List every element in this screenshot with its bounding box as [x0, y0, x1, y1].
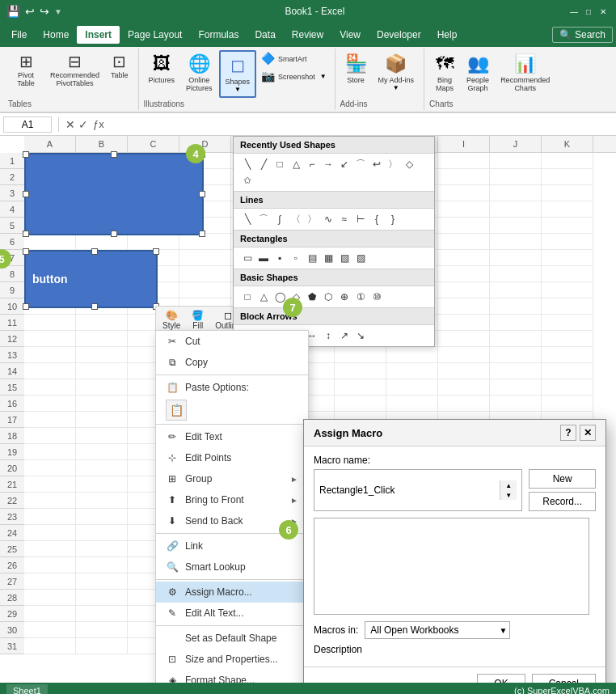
ctx-copy[interactable]: ⧉ Copy [156, 352, 308, 373]
grid-cell[interactable] [438, 250, 490, 266]
grid-cell[interactable] [24, 412, 76, 428]
line-s3[interactable]: ∫ [272, 212, 287, 226]
shape-icon-line1[interactable]: ╲ [240, 157, 255, 171]
grid-cell[interactable] [490, 282, 542, 298]
row-header-13[interactable]: 13 [0, 347, 24, 363]
grid-cell[interactable] [542, 282, 593, 298]
row-header-30[interactable]: 30 [0, 622, 24, 638]
grid-cell[interactable] [24, 493, 76, 509]
row-header-20[interactable]: 20 [0, 460, 24, 476]
grid-cell[interactable] [24, 525, 76, 541]
line-s6[interactable]: ∿ [321, 212, 335, 226]
store-button[interactable]: 🏪 Store [340, 50, 372, 87]
shape-icon-line2[interactable]: ╱ [256, 157, 271, 171]
ctx-edit-alt-text[interactable]: ✎ Edit Alt Text... [156, 603, 308, 624]
grid-cell[interactable] [24, 557, 76, 573]
grid-cell[interactable] [76, 396, 128, 412]
grid-cell[interactable] [76, 460, 128, 476]
grid-cell[interactable] [76, 557, 128, 573]
recommended-charts-button[interactable]: 📊 RecommendedCharts [496, 50, 555, 95]
grid-cell[interactable] [76, 573, 128, 590]
shape-icon-tri[interactable]: △ [289, 157, 303, 171]
grid-cell[interactable] [438, 298, 490, 315]
grid-cell[interactable] [24, 234, 76, 250]
grid-cell[interactable] [76, 525, 128, 541]
row-header-2[interactable]: 2 [0, 169, 24, 185]
grid-cell[interactable] [24, 509, 76, 525]
line-s7[interactable]: ≈ [337, 212, 352, 226]
redo-icon[interactable]: ↪ [40, 5, 49, 18]
grid-cell[interactable] [490, 250, 542, 266]
grid-cell[interactable] [24, 379, 76, 396]
grid-cell[interactable] [179, 250, 231, 266]
grid-cell[interactable] [438, 218, 490, 234]
grid-cell[interactable] [438, 347, 490, 363]
rect-s7[interactable]: ▧ [337, 251, 352, 265]
grid-cell[interactable] [24, 347, 76, 363]
customize-icon[interactable]: ▼ [54, 7, 62, 16]
shape-icon-bend[interactable]: ↩ [369, 157, 384, 171]
grid-cell[interactable] [386, 379, 438, 396]
style-button[interactable]: 🎨 Style [159, 308, 184, 332]
grid-cell[interactable] [76, 428, 128, 444]
minimize-button[interactable]: — [567, 5, 580, 18]
grid-cell[interactable] [490, 315, 542, 331]
grid-cell[interactable] [24, 444, 76, 460]
handle-br[interactable] [199, 231, 205, 237]
grid-cell[interactable] [76, 509, 128, 525]
grid-cell[interactable] [24, 638, 76, 654]
row-header-6[interactable]: 6 [0, 234, 24, 250]
grid-cell[interactable] [542, 169, 593, 185]
grid-cell[interactable] [490, 201, 542, 218]
row-header-14[interactable]: 14 [0, 363, 24, 379]
grid-cell[interactable] [490, 331, 542, 347]
grid-cell[interactable] [490, 185, 542, 201]
grid-cell[interactable] [438, 169, 490, 185]
handle-bl[interactable] [23, 231, 29, 237]
people-graph-button[interactable]: 👥 PeopleGraph [462, 50, 494, 95]
row-header-4[interactable]: 4 [0, 201, 24, 218]
line-s4[interactable]: 〈 [289, 212, 303, 226]
dialog-help-button[interactable]: ? [560, 425, 576, 441]
menu-home[interactable]: Home [35, 26, 77, 44]
grid-cell[interactable] [24, 315, 76, 331]
line-s10[interactable]: } [386, 212, 400, 226]
sheet-tab[interactable]: Sheet1 [6, 684, 48, 694]
grid-cell[interactable] [542, 234, 593, 250]
pictures-button[interactable]: 🖼 Pictures [144, 50, 180, 87]
online-pictures-button[interactable]: 🌐 OnlinePictures [181, 50, 217, 95]
grid-cell[interactable] [438, 363, 490, 379]
row-header-21[interactable]: 21 [0, 476, 24, 493]
grid-cell[interactable] [76, 541, 128, 557]
grid-cell[interactable] [542, 379, 593, 396]
grid-cell[interactable] [542, 363, 593, 379]
menu-page-layout[interactable]: Page Layout [120, 26, 190, 44]
grid-cell[interactable] [76, 638, 128, 654]
row-header-17[interactable]: 17 [0, 412, 24, 428]
grid-cell[interactable] [76, 363, 128, 379]
handle-bc[interactable] [111, 231, 117, 237]
grid-cell[interactable] [542, 153, 593, 169]
grid-cell[interactable] [76, 331, 128, 347]
grid-cell[interactable] [386, 347, 438, 363]
grid-cell[interactable] [438, 282, 490, 298]
grid-cell[interactable] [76, 493, 128, 509]
grid-cell[interactable] [490, 234, 542, 250]
button-handle-bl[interactable] [23, 303, 29, 310]
line-s9[interactable]: { [369, 212, 384, 226]
row-header-16[interactable]: 16 [0, 396, 24, 412]
search-button[interactable]: 🔍 Search [552, 27, 613, 43]
row-header-10[interactable]: 10 [0, 298, 24, 315]
shape-icon-diamond[interactable]: ◇ [402, 157, 416, 171]
basic-s9[interactable]: ⑩ [369, 290, 384, 304]
line-s8[interactable]: ⊢ [353, 212, 368, 226]
row-header-29[interactable]: 29 [0, 606, 24, 622]
grid-cell[interactable] [542, 201, 593, 218]
basic-s1[interactable]: □ [240, 290, 255, 304]
line-s1[interactable]: ╲ [240, 212, 255, 226]
handle-tc[interactable] [111, 151, 117, 158]
formula-input[interactable] [108, 117, 613, 132]
shape-icon-arrow1[interactable]: → [321, 157, 335, 171]
ctx-set-default[interactable]: Set as Default Shape [156, 628, 308, 649]
screenshot-button[interactable]: 📷 Screenshot ▼ [258, 68, 329, 84]
